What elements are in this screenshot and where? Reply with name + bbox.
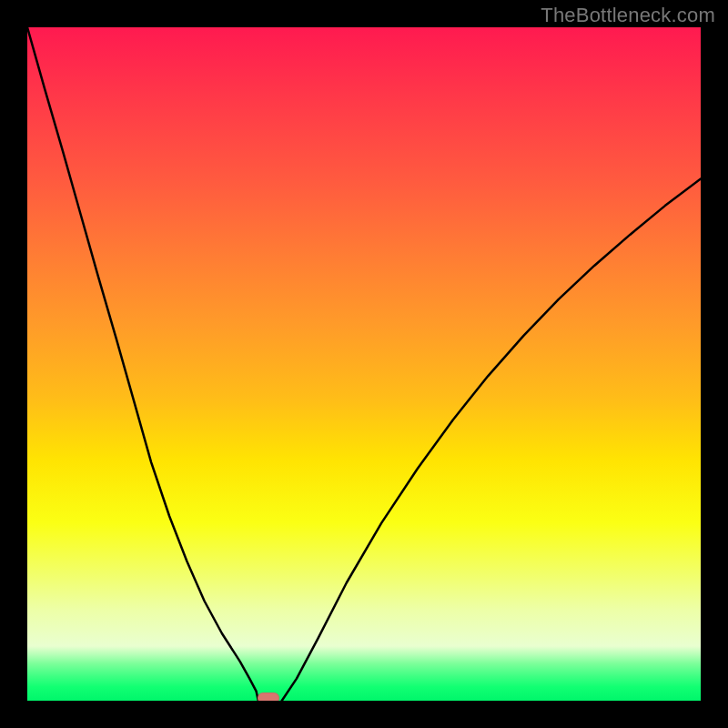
curve-right-branch — [282, 179, 701, 702]
curve-left-branch — [27, 27, 258, 701]
watermark-text: TheBottleneck.com — [541, 4, 715, 27]
chart-frame: TheBottleneck.com — [0, 0, 728, 728]
bottleneck-curve — [27, 27, 701, 701]
plot-area — [27, 27, 701, 701]
optimal-marker — [258, 693, 279, 701]
